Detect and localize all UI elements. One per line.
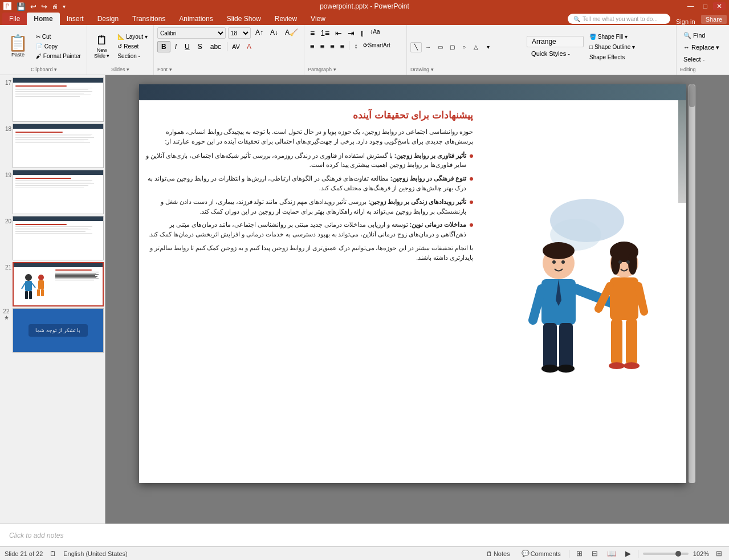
layout-button[interactable]: 📐 Layout ▾: [115, 32, 150, 41]
paragraph-group-label: Paragraph ▾: [308, 67, 403, 72]
increase-font-button[interactable]: A↑: [253, 27, 266, 39]
font-size-select[interactable]: 18: [228, 27, 251, 39]
notes-button[interactable]: 🗒 Notes: [483, 549, 514, 558]
char-spacing-button[interactable]: AV: [230, 42, 242, 51]
signin-button[interactable]: Sign in: [670, 18, 701, 25]
bullet-item-2: تنوع فرهنگی در روابط زوجین: مطالعه تفاوت…: [145, 174, 473, 193]
underline-button[interactable]: U: [181, 42, 193, 52]
quick-print-button[interactable]: 🖨: [50, 2, 60, 10]
slideshow-button[interactable]: ▶: [623, 548, 633, 559]
font-family-select[interactable]: Calibri: [157, 27, 226, 39]
reading-view-button[interactable]: 📖: [605, 548, 618, 559]
notes-area[interactable]: Click to add notes: [0, 524, 729, 546]
oval-tool[interactable]: ○: [458, 42, 470, 52]
bullet-item-4: مداخلات درمانی نوین: توسعه و ارزیابی مدا…: [145, 220, 473, 239]
justify-button[interactable]: ≡: [338, 41, 347, 52]
shape-effects-button[interactable]: Shape Effects: [586, 53, 666, 62]
shape-fill-button[interactable]: 🪣 Shape Fill ▾: [586, 32, 666, 41]
zoom-thumb[interactable]: [675, 551, 681, 557]
italic-button[interactable]: I: [172, 42, 180, 52]
section-button[interactable]: Section -: [115, 52, 150, 60]
canvas-scrollbar[interactable]: [689, 84, 695, 483]
format-painter-button[interactable]: 🖌 Format Painter: [34, 52, 83, 60]
undo-button[interactable]: ↩: [28, 2, 38, 11]
text-shadow-button[interactable]: abc: [207, 42, 225, 52]
paste-button[interactable]: 📋 Paste: [5, 32, 31, 61]
slide-thumb-20[interactable]: 20: [1, 216, 104, 260]
tab-file[interactable]: File: [2, 13, 27, 25]
bullets-button[interactable]: ≡: [308, 27, 317, 39]
minimize-button[interactable]: —: [684, 2, 698, 10]
zoom-slider[interactable]: [643, 553, 689, 555]
slide-sorter-button[interactable]: ⊟: [589, 548, 600, 559]
slide-thumb-21[interactable]: 21: [1, 262, 104, 306]
align-left-button[interactable]: ≡: [308, 41, 317, 52]
tab-design[interactable]: Design: [91, 13, 125, 25]
slides-panel[interactable]: 17 18: [0, 75, 105, 524]
align-right-button[interactable]: ≡: [328, 41, 337, 52]
tab-insert[interactable]: Insert: [60, 13, 91, 25]
shape-more[interactable]: ▾: [482, 42, 494, 52]
tab-review[interactable]: Review: [268, 13, 304, 25]
numbering-button[interactable]: 1≡: [318, 27, 332, 39]
decrease-indent-button[interactable]: ⇤: [333, 27, 344, 39]
svg-rect-18: [559, 323, 573, 369]
tab-home[interactable]: Home: [27, 13, 59, 25]
tab-transitions[interactable]: Transitions: [125, 13, 172, 25]
share-button[interactable]: Share: [701, 15, 727, 24]
bold-button[interactable]: B: [157, 41, 170, 52]
svg-point-26: [611, 252, 620, 275]
svg-point-33: [609, 362, 625, 369]
zoom-level[interactable]: 102%: [693, 550, 709, 557]
slide-count: Slide 21 of 22: [5, 550, 43, 557]
arrow-tool[interactable]: →: [422, 42, 434, 52]
slide-thumb-17[interactable]: 17: [1, 77, 104, 122]
cut-button[interactable]: ✂ Cut: [34, 32, 83, 41]
tab-view[interactable]: View: [304, 13, 332, 25]
increase-indent-button[interactable]: ⇥: [345, 27, 357, 39]
drawing-group: ╲ → ▭ ▢ ○ △ ▾ Arrange Quick Styles - 🪣 S…: [407, 25, 677, 75]
triangle-tool[interactable]: △: [470, 42, 482, 52]
clear-format-button[interactable]: A🧹: [283, 27, 300, 39]
slide-notes-icon[interactable]: 🗒: [50, 550, 56, 558]
comments-button[interactable]: 💬 Comments: [518, 549, 564, 558]
customize-button[interactable]: ▾: [61, 3, 67, 10]
find-button[interactable]: 🔍 Find: [680, 31, 724, 40]
normal-view-button[interactable]: ⊞: [574, 548, 585, 559]
line-tool[interactable]: ╲: [410, 42, 422, 52]
select-button[interactable]: Select -: [680, 55, 724, 64]
rect-tool[interactable]: ▭: [434, 42, 446, 52]
shape-outline-button[interactable]: □ Shape Outline ▾: [586, 43, 666, 51]
fit-slide-button[interactable]: ⊞: [714, 548, 724, 559]
font-color-button[interactable]: A: [243, 42, 255, 52]
svg-rect-1: [25, 281, 32, 291]
svg-point-23: [561, 260, 565, 264]
close-button[interactable]: ✕: [713, 2, 726, 10]
slides-group: 🗒 New Slide ▾ 📐 Layout ▾ ↺ Reset Section…: [87, 25, 154, 75]
line-spacing-button[interactable]: ↕: [352, 41, 360, 52]
center-button[interactable]: ≡: [318, 41, 327, 52]
slide-thumb-18[interactable]: 18: [1, 124, 104, 168]
replace-button[interactable]: ↔ Replace ▾: [680, 43, 724, 52]
search-bar[interactable]: 🔍 Tell me what you want to do...: [568, 14, 670, 24]
save-button[interactable]: 💾: [15, 2, 27, 11]
smartart-button[interactable]: ⟳SmartArt: [361, 41, 392, 52]
copy-button[interactable]: 📄 Copy: [34, 42, 83, 51]
paragraph-group: ≡ 1≡ ⇤ ⇥ ⫿ ↕Aa ≡ ≡ ≡ ≡ ↕ ⟳SmartArt Parag…: [304, 25, 407, 75]
strikethrough-button[interactable]: S: [194, 42, 206, 52]
clipboard-label: Clipboard ▾: [31, 67, 57, 72]
text-direction-button[interactable]: ↕Aa: [368, 27, 382, 39]
arrange-button[interactable]: Arrange: [527, 36, 584, 47]
columns-button[interactable]: ⫿: [358, 27, 366, 39]
reset-button[interactable]: ↺ Reset: [115, 42, 150, 51]
redo-button[interactable]: ↪: [39, 2, 49, 11]
rounded-rect-tool[interactable]: ▢: [446, 42, 458, 52]
new-slide-button[interactable]: 🗒 New Slide ▾: [91, 33, 113, 60]
tab-slideshow[interactable]: Slide Show: [220, 13, 268, 25]
slide-thumb-19[interactable]: 19: [1, 170, 104, 214]
quick-styles-button[interactable]: Quick Styles -: [527, 49, 584, 58]
restore-button[interactable]: □: [700, 2, 711, 10]
slide-thumb-22[interactable]: 22 ★ با تشکر از توجه شما: [1, 308, 104, 353]
tab-animations[interactable]: Animations: [172, 13, 219, 25]
decrease-font-button[interactable]: A↓: [268, 27, 280, 39]
